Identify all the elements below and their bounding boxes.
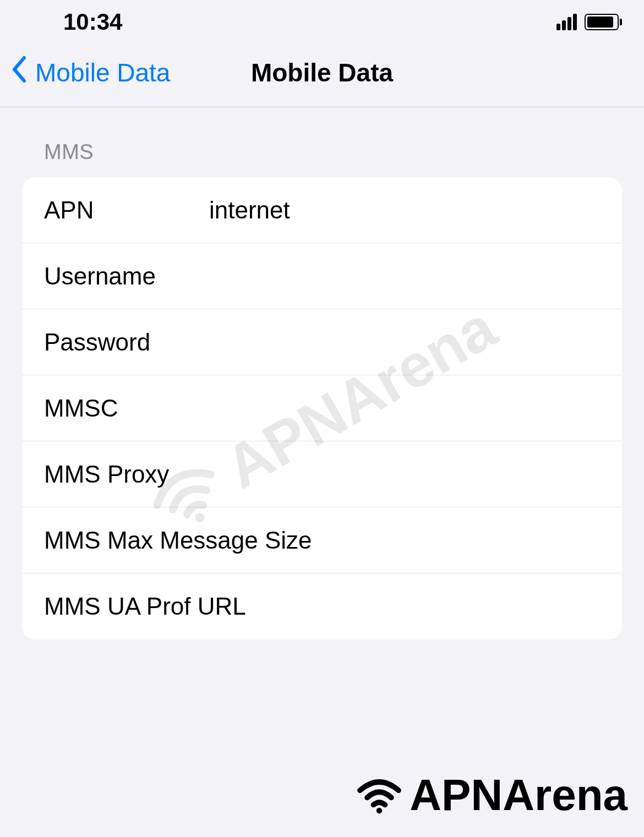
cellular-signal-icon — [556, 14, 577, 30]
content-area: MMS APN Username Password MMSC MMS Proxy… — [0, 107, 644, 639]
status-right — [556, 14, 622, 30]
svg-point-1 — [376, 808, 383, 814]
settings-row-mms-max-size[interactable]: MMS Max Message Size — [22, 507, 622, 573]
password-input[interactable] — [209, 329, 600, 356]
field-label: MMS UA Prof URL — [44, 593, 246, 620]
status-time: 10:34 — [63, 9, 122, 35]
settings-row-apn[interactable]: APN — [22, 177, 622, 243]
settings-group: APN Username Password MMSC MMS Proxy MMS… — [22, 177, 622, 639]
username-input[interactable] — [209, 262, 600, 290]
page-title: Mobile Data — [251, 58, 393, 87]
battery-icon — [585, 14, 622, 30]
back-button[interactable]: Mobile Data — [11, 56, 170, 90]
section-header-mms: MMS — [44, 140, 622, 164]
settings-row-mms-ua-prof[interactable]: MMS UA Prof URL — [22, 573, 622, 639]
settings-row-password[interactable]: Password — [22, 309, 622, 375]
settings-row-username[interactable]: Username — [22, 243, 622, 309]
mmsc-input[interactable] — [209, 395, 600, 422]
status-bar: 10:34 — [0, 0, 644, 44]
back-label: Mobile Data — [35, 58, 170, 87]
field-label: MMS Proxy — [44, 461, 198, 488]
field-label: APN — [44, 196, 198, 224]
field-label: Username — [44, 262, 198, 290]
settings-row-mmsc[interactable]: MMSC — [22, 375, 622, 441]
field-label: MMSC — [44, 395, 198, 422]
field-label: Password — [44, 329, 198, 356]
watermark-bottom: APNArena — [354, 770, 627, 820]
mms-proxy-input[interactable] — [209, 461, 600, 488]
apn-input[interactable] — [209, 196, 600, 224]
field-label: MMS Max Message Size — [44, 527, 312, 554]
navigation-bar: Mobile Data Mobile Data — [0, 44, 644, 107]
chevron-left-icon — [11, 56, 28, 90]
wifi-icon — [354, 776, 404, 814]
settings-row-mms-proxy[interactable]: MMS Proxy — [22, 441, 622, 507]
watermark-text: APNArena — [410, 770, 627, 820]
